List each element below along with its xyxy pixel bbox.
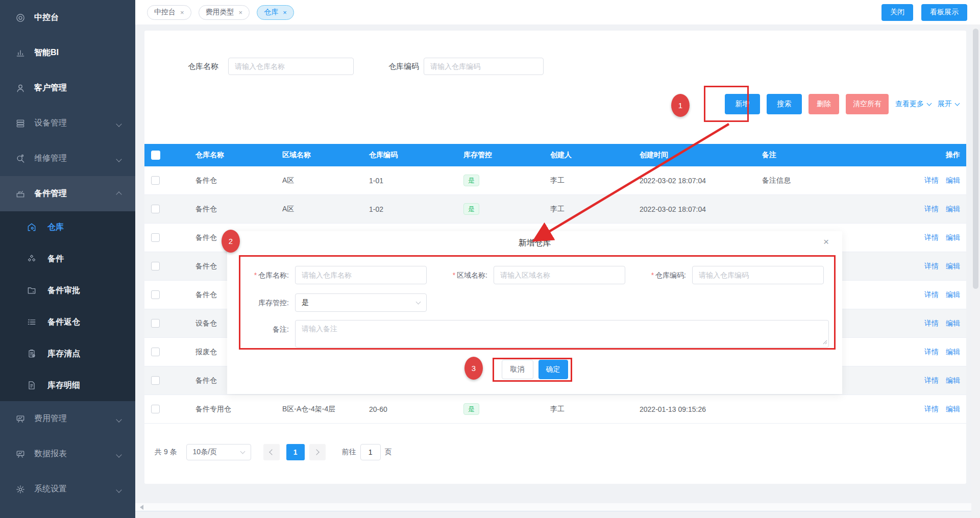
edit-link[interactable]: 编辑 xyxy=(946,405,960,413)
sidebar-item-label: 维修管理 xyxy=(34,153,67,164)
row-checkbox[interactable] xyxy=(151,376,160,385)
cancel-button[interactable]: 取消 xyxy=(502,360,533,379)
sidebar-item-reports[interactable]: 数据报表 xyxy=(0,436,135,472)
sidebar-subitem-warehouse[interactable]: 仓库 xyxy=(0,211,135,243)
row-checkbox[interactable] xyxy=(151,262,160,270)
spare-parts-icon xyxy=(15,189,26,199)
sidebar: 中控台 智能BI 客户管理 设备管理 维修管理 备件管理 仓库 备件 备件审批 xyxy=(0,0,135,518)
sidebar-item-console[interactable]: 中控台 xyxy=(0,0,135,35)
modal-code-input[interactable] xyxy=(692,266,824,284)
prev-page-button[interactable] xyxy=(263,444,280,460)
edit-link[interactable]: 编辑 xyxy=(946,262,960,270)
detail-link[interactable]: 详情 xyxy=(924,405,939,413)
list-return-icon xyxy=(27,317,37,327)
modal-close-icon[interactable]: × xyxy=(823,237,829,246)
edit-link[interactable]: 编辑 xyxy=(946,176,960,184)
horizontal-scrollbar-track xyxy=(135,503,971,511)
row-checkbox[interactable] xyxy=(151,348,160,356)
row-checkbox[interactable] xyxy=(151,205,160,213)
tab-warehouse[interactable]: 仓库 × xyxy=(257,5,294,20)
detail-link[interactable]: 详情 xyxy=(924,262,939,270)
row-checkbox[interactable] xyxy=(151,290,160,299)
sidebar-item-label: 客户管理 xyxy=(34,83,67,93)
close-tab-icon[interactable]: × xyxy=(239,9,243,16)
edit-link[interactable]: 编辑 xyxy=(946,205,960,213)
row-checkbox[interactable] xyxy=(151,233,160,242)
resize-handle-icon[interactable] xyxy=(822,338,827,346)
cell-code: 20-60 xyxy=(354,405,448,413)
select-all-checkbox[interactable] xyxy=(151,151,160,160)
scroll-left-arrow-icon[interactable] xyxy=(137,505,143,510)
next-page-button[interactable] xyxy=(309,444,326,460)
delete-button[interactable]: 删除 xyxy=(808,94,839,114)
sidebar-item-customers[interactable]: 客户管理 xyxy=(0,70,135,106)
edit-link[interactable]: 编辑 xyxy=(946,290,960,299)
warehouse-code-label: 仓库编码 xyxy=(388,62,419,71)
sidebar-item-spare-parts[interactable]: 备件管理 xyxy=(0,176,135,211)
detail-link[interactable]: 详情 xyxy=(924,290,939,299)
tab-label: 仓库 xyxy=(264,8,278,17)
detail-link[interactable]: 详情 xyxy=(924,376,939,384)
add-button[interactable]: 新增 xyxy=(725,94,760,114)
warehouse-code-input[interactable] xyxy=(424,58,544,75)
close-tab-icon[interactable]: × xyxy=(180,9,184,16)
edit-link[interactable]: 编辑 xyxy=(946,233,960,241)
sidebar-item-devices[interactable]: 设备管理 xyxy=(0,106,135,141)
chevron-up-icon xyxy=(117,189,121,199)
clear-all-button[interactable]: 清空所有 xyxy=(846,94,889,114)
sidebar-subitem-return[interactable]: 备件返仓 xyxy=(0,306,135,338)
search-button[interactable]: 搜索 xyxy=(767,94,802,114)
modal-area-input[interactable] xyxy=(494,266,625,284)
add-warehouse-modal: 新增仓库 × *仓库名称: *区域名称: *仓库编码: 库存管控: 是 xyxy=(227,231,842,394)
column-header: 备注 xyxy=(747,151,895,160)
sidebar-item-label: 数据报表 xyxy=(34,449,67,459)
column-header: 操作 xyxy=(895,151,966,160)
detail-link[interactable]: 详情 xyxy=(924,348,939,356)
sidebar-subitem-parts[interactable]: 备件 xyxy=(0,243,135,275)
current-page[interactable]: 1 xyxy=(286,444,305,460)
sidebar-subitem-stock-detail[interactable]: 库存明细 xyxy=(0,369,135,401)
close-tab-icon[interactable]: × xyxy=(283,9,287,16)
customers-icon xyxy=(15,83,26,93)
cell-code: 1-01 xyxy=(354,177,448,185)
cell-created: 2022-03-02 18:07:04 xyxy=(624,205,747,213)
close-button[interactable]: 关闭 xyxy=(881,4,913,21)
sidebar-item-repair[interactable]: 维修管理 xyxy=(0,141,135,176)
warehouse-name-input[interactable] xyxy=(228,58,354,75)
expand-link[interactable]: 展开 xyxy=(938,100,959,109)
detail-link[interactable]: 详情 xyxy=(924,233,939,241)
edit-link[interactable]: 编辑 xyxy=(946,376,960,384)
sidebar-item-bi[interactable]: 智能BI xyxy=(0,35,135,70)
detail-link[interactable]: 详情 xyxy=(924,205,939,213)
sidebar-subitem-stocktake[interactable]: 库存清点 xyxy=(0,338,135,369)
sidebar-item-label: 费用管理 xyxy=(34,413,67,424)
chevron-down-icon xyxy=(117,119,121,128)
tab-console[interactable]: 中控台 × xyxy=(147,5,191,20)
vertical-scrollbar-thumb[interactable] xyxy=(973,29,978,289)
modal-name-input[interactable] xyxy=(295,266,427,284)
sidebar-item-expense[interactable]: 费用管理 xyxy=(0,401,135,436)
stock-control-select[interactable]: 是 xyxy=(295,293,427,312)
modal-remark-textarea[interactable] xyxy=(295,320,829,348)
cell-name: 备件仓 xyxy=(180,205,267,214)
row-checkbox[interactable] xyxy=(151,405,160,413)
sidebar-item-label: 设备管理 xyxy=(34,118,67,129)
view-more-link[interactable]: 查看更多 xyxy=(895,100,931,109)
sidebar-subitem-label: 库存清点 xyxy=(47,349,80,359)
detail-link[interactable]: 详情 xyxy=(924,319,939,327)
cubes-icon xyxy=(27,254,37,264)
edit-link[interactable]: 编辑 xyxy=(946,319,960,327)
sidebar-item-settings[interactable]: 系统设置 xyxy=(0,472,135,507)
chevron-down-icon xyxy=(927,101,932,106)
tab-label: 费用类型 xyxy=(206,8,234,17)
goto-page-input[interactable] xyxy=(360,444,381,460)
sidebar-subitem-approval[interactable]: 备件审批 xyxy=(0,275,135,306)
tab-expense-type[interactable]: 费用类型 × xyxy=(199,5,250,20)
detail-link[interactable]: 详情 xyxy=(924,176,939,184)
row-checkbox[interactable] xyxy=(151,319,160,328)
board-display-button[interactable]: 看板展示 xyxy=(921,4,967,21)
row-checkbox[interactable] xyxy=(151,176,160,185)
page-size-select[interactable]: 10条/页 xyxy=(186,444,251,460)
edit-link[interactable]: 编辑 xyxy=(946,348,960,356)
confirm-button[interactable]: 确定 xyxy=(538,360,568,379)
